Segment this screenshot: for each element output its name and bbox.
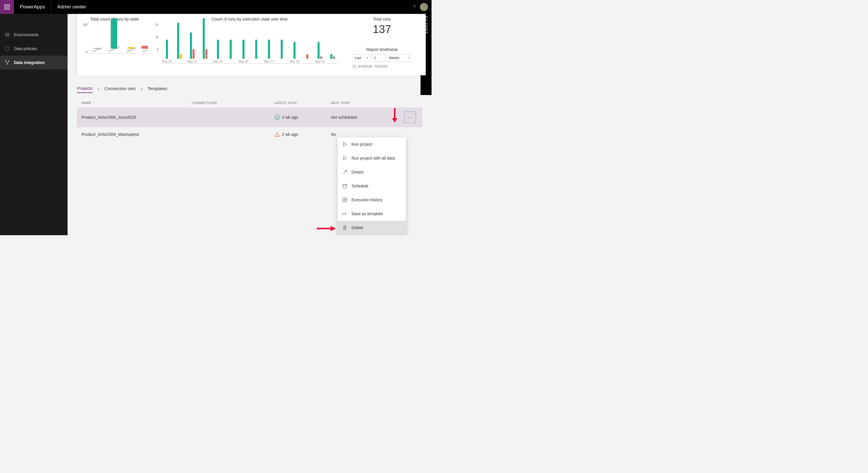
timeframe-mode-select[interactable]: Last▾ (353, 54, 370, 62)
play-icon (342, 156, 347, 161)
tab-connection-sets[interactable]: Connection sets (104, 86, 136, 93)
time-bar (317, 42, 319, 59)
timeframe-unit-select[interactable]: Weeks▾ (387, 54, 411, 62)
tab-templates[interactable]: Templates (148, 86, 167, 93)
integration-icon (5, 60, 10, 65)
header-latest-sync[interactable]: LATEST SYNC (274, 101, 331, 105)
time-xlabel: May 21 (187, 60, 197, 63)
timeframe-number-input[interactable]: 2 (372, 54, 385, 62)
svg-rect-6 (4, 8, 5, 9)
next-sync: Not scheduled (331, 115, 395, 120)
time-bargroup (328, 54, 338, 63)
time-bargroup: May 19 (162, 40, 172, 63)
success-icon (274, 114, 280, 120)
time-bar (320, 57, 322, 59)
time-bargroup (226, 40, 236, 63)
arrow-icon (342, 169, 347, 175)
header-name[interactable]: NAME˄ (82, 101, 192, 105)
menu-execution-history[interactable]: Execution history (338, 193, 406, 207)
time-xlabel: May 25 (238, 60, 248, 63)
sidebar-item-label: Data integration (14, 60, 45, 65)
stack-icon (5, 32, 10, 37)
project-name: Product_AXtoCRM_June2018 (82, 115, 192, 120)
annotation-arrow-down (390, 107, 399, 124)
app-launcher-button[interactable] (0, 0, 14, 14)
menu-run-project[interactable]: Run project (338, 137, 406, 151)
svg-rect-3 (4, 6, 5, 7)
time-bar (293, 42, 296, 59)
trash-icon (342, 225, 347, 230)
time-bargroup (277, 40, 286, 63)
help-icon[interactable]: ? (413, 4, 416, 10)
play-icon (342, 142, 347, 147)
more-icon: ⋯ (407, 114, 413, 121)
menu-details[interactable]: Details (338, 165, 406, 179)
time-xlabel (302, 60, 312, 63)
time-bar (192, 49, 195, 59)
chart-runs-over-time: Count of runs by execution state over ti… (155, 17, 344, 69)
time-xlabel (277, 60, 286, 63)
time-xlabel: May 27 (264, 60, 274, 63)
sidebar-item-environments[interactable]: Environments (0, 28, 68, 42)
menu-schedule[interactable]: Schedule (338, 179, 406, 193)
avatar[interactable] (420, 3, 428, 11)
time-bar (333, 57, 335, 59)
time-bar (243, 40, 245, 59)
warning-icon (274, 132, 280, 137)
time-bar (205, 49, 207, 59)
date-range-label: 5/19/2018 - 6/1/2018 (353, 65, 411, 68)
menu-delete[interactable]: Delete (338, 221, 406, 235)
chevron-down-icon: ▾ (367, 57, 368, 59)
menu-save-as-template[interactable]: Save as template (338, 207, 406, 221)
time-bargroup (302, 54, 312, 63)
header-connections[interactable]: CONNECTIONS (192, 101, 274, 105)
svg-rect-1 (6, 4, 7, 5)
time-xlabel (175, 60, 184, 63)
export-icon (342, 211, 347, 216)
next-sync: No (331, 132, 395, 137)
time-bar (180, 54, 182, 59)
time-bar (306, 54, 308, 59)
time-bar (166, 40, 168, 59)
sidebar-item-label: Data policies (14, 46, 37, 51)
svg-rect-0 (4, 4, 5, 5)
time-bargroup: May 31 (315, 42, 325, 63)
time-xlabel: May 31 (315, 60, 325, 63)
calendar-icon (353, 65, 356, 68)
tab-projects[interactable]: Projects (77, 86, 93, 93)
totals-title: Total runs (353, 17, 411, 22)
time-xlabel: May 23 (213, 60, 223, 63)
header-next-sync[interactable]: NEXT SYNC (331, 101, 395, 105)
svg-rect-5 (8, 6, 9, 7)
row-more-button[interactable]: ⋯ (404, 111, 416, 123)
sidebar: Environments Data policies Data integrat… (0, 14, 68, 235)
sidebar-item-data-policies[interactable]: Data policies (0, 42, 68, 56)
time-bar (203, 18, 205, 59)
row-context-menu: Run project Run project with all data De… (338, 137, 406, 235)
table-header: NAME˄ CONNECTIONS LATEST SYNC NEXT SYNC (77, 98, 422, 107)
table-row[interactable]: Product_AXtoCRM_June2018 2 wk ago Not sc… (77, 107, 422, 128)
chevron-down-icon: ▾ (408, 57, 409, 59)
time-bar (217, 40, 219, 59)
top-bar: PowerApps Admin center ? (0, 0, 432, 14)
calendar-icon (342, 183, 347, 189)
time-bar (230, 40, 232, 59)
shield-icon (5, 46, 10, 51)
bar-completed (111, 19, 117, 49)
sidebar-item-data-integration[interactable]: Data integration (0, 56, 68, 69)
time-bargroup (175, 23, 184, 63)
svg-rect-4 (6, 6, 7, 7)
time-bar (255, 40, 257, 59)
sort-ascending-icon: ˄ (93, 101, 95, 105)
totals-block: Total runs 137 Report timeframe Last▾ 2 … (353, 17, 420, 69)
menu-run-project-all-data[interactable]: Run project with all data (338, 151, 406, 165)
grid-icon (342, 197, 347, 202)
timeframe-title: Report timeframe (353, 47, 411, 52)
svg-rect-20 (343, 184, 347, 188)
time-bargroup: May 23 (213, 40, 223, 63)
sidebar-item-label: Environments (14, 32, 39, 37)
brand-label[interactable]: PowerApps (14, 0, 51, 14)
svg-point-12 (5, 61, 6, 62)
annotation-arrow-right (316, 225, 336, 232)
dashboard-card: Total count of runs by state 1000 Runnin… (77, 14, 426, 75)
